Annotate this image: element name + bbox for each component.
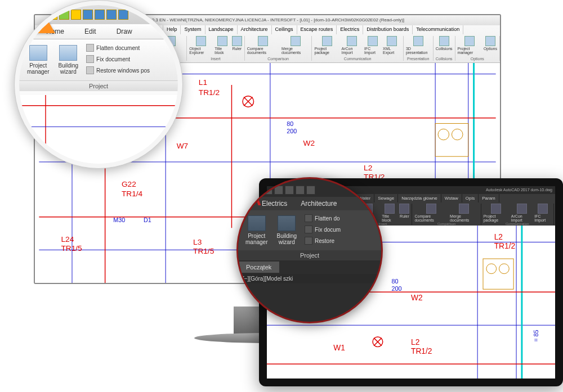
- ribbon-tab[interactable]: Ceilings: [272, 25, 297, 34]
- tab-edit[interactable]: Edit: [74, 24, 106, 39]
- svg-text:D1: D1: [144, 217, 151, 223]
- ribbon-tab[interactable]: System: [181, 25, 205, 34]
- qat-icon[interactable]: [59, 10, 69, 20]
- ribbon-group: Project managerOptionsOptions: [455, 36, 500, 61]
- ribbon-button[interactable]: Collisions: [436, 36, 453, 51]
- svg-text:G22: G22: [122, 180, 136, 188]
- building-wizard-button[interactable]: Building wizard: [272, 213, 301, 247]
- ribbon-button[interactable]: IFC Import: [534, 204, 551, 222]
- ribbon-tab[interactable]: Narzędzia główne: [398, 194, 441, 202]
- ribbon-button[interactable]: Object Explorer: [189, 36, 212, 55]
- fix-document-button[interactable]: Fix docum: [303, 224, 342, 235]
- ribbon-button[interactable]: Compare documents: [247, 36, 279, 55]
- ribbon-group-label: Comparison: [267, 57, 289, 61]
- print-icon[interactable]: [306, 186, 315, 195]
- svg-text:TR1/2: TR1/2: [494, 242, 516, 250]
- tool-icon: [413, 36, 423, 46]
- ribbon-button[interactable]: XML Export: [383, 36, 401, 55]
- svg-text:L3: L3: [193, 238, 202, 246]
- svg-point-34: [452, 129, 463, 140]
- qat-icon[interactable]: [296, 186, 305, 195]
- project-manager-icon: [248, 215, 266, 231]
- ribbon-button[interactable]: Compare documents: [414, 204, 448, 222]
- flatten-document-button[interactable]: Flatten do: [303, 213, 342, 223]
- project-manager-button[interactable]: Project manager: [241, 213, 272, 247]
- fix-icon: [86, 55, 94, 63]
- svg-text:80: 80: [287, 120, 293, 127]
- svg-text:TR1/2: TR1/2: [199, 88, 220, 97]
- ribbon-button[interactable]: IFC Import: [364, 36, 381, 55]
- fix-document-button[interactable]: Fix document: [85, 54, 151, 64]
- qat-icon[interactable]: [71, 10, 81, 20]
- qat-icon[interactable]: [274, 186, 283, 195]
- building-wizard-icon: [59, 45, 77, 61]
- ribbon-tab[interactable]: Param: [479, 194, 499, 202]
- ribbon-button[interactable]: Project package: [484, 204, 509, 222]
- redo-icon[interactable]: [118, 10, 128, 20]
- ribbon-button[interactable]: Title block: [382, 204, 397, 222]
- ribbon-button[interactable]: Merge documents: [450, 204, 479, 222]
- svg-point-59: [499, 264, 510, 274]
- svg-text:80: 80: [392, 278, 399, 285]
- layout-tab[interactable]: Początek: [238, 262, 279, 273]
- tool-icon: [491, 204, 501, 214]
- svg-text:TR1/5: TR1/5: [193, 247, 215, 255]
- ribbon-group-label: Collisions: [436, 57, 453, 61]
- save-icon[interactable]: [83, 10, 93, 20]
- svg-text:200: 200: [392, 285, 402, 292]
- ribbon-button[interactable]: 3D presentation: [406, 36, 431, 55]
- ribbon-tab[interactable]: Wstaw: [441, 194, 462, 202]
- tool-icon: [538, 204, 548, 214]
- qat-icon[interactable]: [95, 10, 105, 20]
- save-icon[interactable]: [285, 186, 294, 195]
- svg-text:W1: W1: [333, 344, 345, 352]
- tool-icon: [426, 204, 436, 214]
- ribbon-group: Project packageArCon ImportIFC ImportXML…: [312, 36, 403, 61]
- ribbon-group: CollisionsCollisions: [434, 36, 455, 61]
- ribbon-group: Object ExplorerTitle blockRulerInsert: [187, 36, 244, 61]
- tool-icon: [258, 36, 268, 46]
- ribbon-group-label: Options: [471, 57, 484, 61]
- project-manager-button[interactable]: Project manager: [23, 43, 53, 77]
- ribbon-group-label: Project: [19, 80, 178, 91]
- ribbon-tab[interactable]: Landscape: [205, 25, 238, 34]
- ribbon-tab[interactable]: Electrics: [337, 25, 363, 34]
- svg-text:TR1/5: TR1/5: [61, 244, 82, 253]
- restore-button[interactable]: Restore: [303, 236, 342, 246]
- svg-text:L24: L24: [61, 235, 74, 244]
- ribbon-button[interactable]: Title block: [215, 36, 230, 55]
- tool-icon: [385, 204, 395, 214]
- svg-text:M30: M30: [113, 217, 125, 223]
- ribbon-tab[interactable]: Opis: [462, 194, 479, 202]
- tool-icon: [459, 204, 469, 214]
- ribbon-tab[interactable]: Sewage: [374, 194, 398, 202]
- undo-icon[interactable]: [106, 10, 117, 20]
- restore-icon: [305, 237, 312, 245]
- ribbon-tab[interactable]: Escape routes: [297, 25, 337, 34]
- ribbon-tab[interactable]: Distribution boards: [363, 25, 413, 34]
- ribbon-group: 3D presentationPresentation: [404, 36, 434, 61]
- fix-icon: [305, 226, 312, 233]
- tool-icon: [291, 36, 301, 46]
- viewport-status: [−][Góra][Model szki: [238, 274, 381, 283]
- building-wizard-button[interactable]: Building wizard: [53, 43, 83, 77]
- restore-windows-button[interactable]: Restore windows pos: [85, 65, 151, 75]
- tool-icon: [399, 204, 409, 214]
- svg-text:L2: L2: [494, 233, 503, 241]
- ribbon-button[interactable]: Merge documents: [282, 36, 309, 55]
- ribbon-tab[interactable]: Architecture: [238, 25, 272, 34]
- svg-text:L1: L1: [199, 78, 207, 87]
- tab-draw[interactable]: Draw: [106, 24, 142, 39]
- tool-icon: [322, 36, 332, 46]
- ribbon-button[interactable]: ArCon Import: [511, 204, 532, 222]
- ribbon-button[interactable]: Options: [484, 36, 497, 55]
- tool-icon: [196, 36, 206, 46]
- ribbon-tab[interactable]: Telecommunication: [413, 25, 463, 34]
- ribbon-button[interactable]: Project manager: [458, 36, 481, 55]
- flatten-document-button[interactable]: Flatten document: [85, 43, 151, 53]
- ribbon-button[interactable]: ArCon Import: [342, 36, 363, 55]
- ribbon-button[interactable]: Ruler: [232, 36, 242, 55]
- tab-architecture[interactable]: Architecture: [294, 197, 343, 210]
- ribbon-button[interactable]: Ruler: [399, 204, 409, 222]
- ribbon-button[interactable]: Project package: [314, 36, 339, 55]
